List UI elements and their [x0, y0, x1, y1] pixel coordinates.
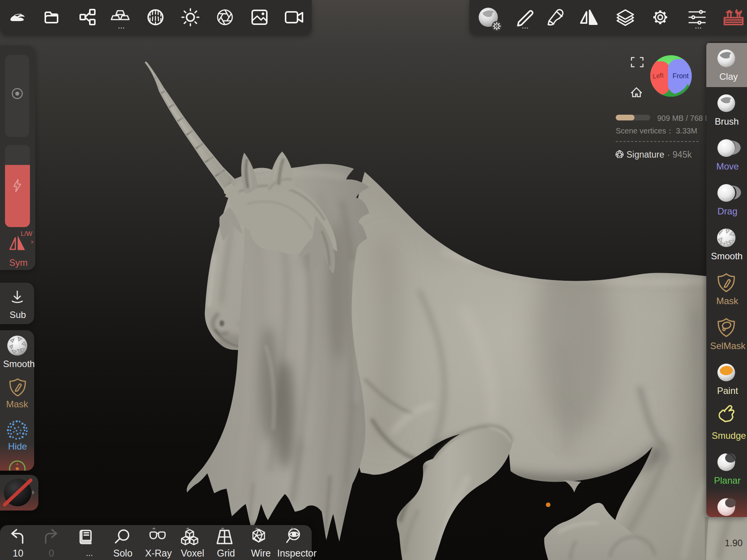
- svg-text:Left: Left: [652, 71, 664, 80]
- svg-text:Front: Front: [673, 72, 689, 80]
